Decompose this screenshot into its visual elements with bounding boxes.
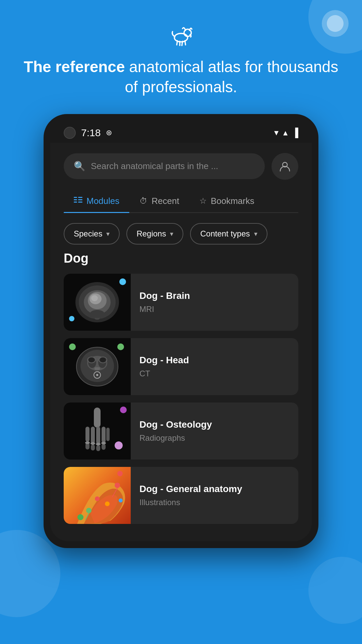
content-types-filter-label: Content types bbox=[200, 229, 250, 238]
dot-purple-osteo-2 bbox=[115, 441, 123, 449]
svg-rect-36 bbox=[91, 427, 95, 443]
svg-rect-37 bbox=[96, 427, 100, 444]
svg-rect-10 bbox=[78, 197, 82, 198]
svg-rect-8 bbox=[74, 199, 77, 200]
phone-screen: 7:18 ⊛ ▾ ▴ ▐ 🔍 Search anatomical parts i… bbox=[50, 121, 312, 541]
dot-green-head-2 bbox=[117, 343, 124, 350]
phone-frame: 7:18 ⊛ ▾ ▴ ▐ 🔍 Search anatomical parts i… bbox=[44, 114, 318, 548]
status-android-icon: ⊛ bbox=[106, 128, 112, 137]
search-row: 🔍 Search anatomical parts in the ... bbox=[64, 153, 298, 180]
tab-recent-label: Recent bbox=[152, 196, 179, 206]
profile-button[interactable] bbox=[272, 153, 298, 180]
dot-purple-osteo-1 bbox=[120, 407, 127, 413]
species-chevron-icon: ▾ bbox=[106, 230, 110, 238]
module-card-dog-brain[interactable]: Dog - Brain MRI bbox=[64, 274, 298, 331]
card-title-brain: Dog - Brain bbox=[139, 290, 290, 301]
filters-row: Species ▾ Regions ▾ Content types ▾ bbox=[64, 223, 298, 245]
dot-blue-brain-2 bbox=[69, 316, 74, 321]
status-left: 7:18 ⊛ bbox=[64, 127, 112, 139]
pin-red bbox=[117, 471, 123, 476]
svg-point-54 bbox=[119, 498, 123, 502]
svg-rect-26 bbox=[95, 367, 100, 370]
card-thumb-osteology bbox=[64, 402, 131, 460]
svg-line-4 bbox=[182, 41, 183, 46]
card-thumb-brain bbox=[64, 274, 131, 331]
module-card-dog-anatomy[interactable]: Dog - General anatomy Illustrations bbox=[64, 467, 298, 524]
svg-line-2 bbox=[177, 41, 177, 45]
signal-icon: ▴ bbox=[283, 127, 288, 138]
card-title-anatomy: Dog - General anatomy bbox=[139, 484, 290, 494]
bookmarks-icon: ☆ bbox=[199, 196, 207, 206]
card-thumb-head bbox=[64, 338, 131, 395]
search-icon: 🔍 bbox=[74, 161, 85, 172]
search-placeholder-text: Search anatomical parts in the ... bbox=[91, 161, 218, 171]
svg-rect-11 bbox=[78, 199, 82, 200]
wifi-icon: ▾ bbox=[274, 127, 279, 138]
svg-rect-35 bbox=[85, 427, 89, 442]
svg-point-47 bbox=[101, 442, 106, 444]
card-subtitle-head: CT bbox=[139, 369, 290, 378]
tab-modules-label: Modules bbox=[86, 196, 119, 206]
module-card-dog-osteology[interactable]: Dog - Osteology Radiographs bbox=[64, 402, 298, 460]
card-info-head: Dog - Head CT bbox=[131, 338, 298, 395]
card-title-head: Dog - Head bbox=[139, 355, 290, 366]
content-types-filter-button[interactable]: Content types ▾ bbox=[190, 223, 267, 245]
svg-point-48 bbox=[115, 483, 120, 488]
status-right: ▾ ▴ ▐ bbox=[274, 127, 298, 138]
dot-green-head-1 bbox=[69, 343, 76, 350]
svg-point-27 bbox=[88, 358, 95, 362]
card-title-osteology: Dog - Osteology bbox=[139, 419, 290, 430]
osteology-radiograph-image bbox=[75, 406, 119, 456]
dot-blue-brain bbox=[119, 278, 126, 285]
card-subtitle-anatomy: Illustrations bbox=[139, 498, 290, 507]
card-subtitle-osteology: Radiographs bbox=[139, 433, 290, 443]
status-time: 7:18 bbox=[81, 127, 101, 139]
header: The reference anatomical atlas for thous… bbox=[0, 0, 362, 97]
regions-chevron-icon: ▾ bbox=[170, 230, 173, 238]
head-ct-image bbox=[70, 343, 124, 390]
card-info-osteology: Dog - Osteology Radiographs bbox=[131, 402, 298, 460]
content-types-chevron-icon: ▾ bbox=[254, 230, 257, 238]
tagline: The reference anatomical atlas for thous… bbox=[0, 57, 362, 97]
tabs-row: Modules ⏱ Recent ☆ Bookmarks bbox=[64, 190, 298, 213]
camera-dot bbox=[64, 127, 76, 139]
bg-decoration-bottom-right bbox=[308, 557, 362, 624]
section-title: Dog bbox=[64, 251, 298, 266]
svg-point-20 bbox=[90, 310, 105, 318]
species-filter-button[interactable]: Species ▾ bbox=[64, 223, 120, 245]
svg-point-45 bbox=[90, 442, 95, 445]
modules-icon bbox=[74, 196, 82, 206]
tab-bookmarks-label: Bookmarks bbox=[211, 196, 254, 206]
svg-rect-42 bbox=[96, 445, 100, 451]
tab-modules[interactable]: Modules bbox=[64, 190, 129, 212]
svg-point-50 bbox=[95, 496, 100, 501]
battery-icon: ▐ bbox=[292, 127, 298, 138]
svg-point-55 bbox=[77, 514, 83, 520]
svg-rect-38 bbox=[102, 427, 106, 443]
svg-point-46 bbox=[96, 443, 101, 445]
status-bar: 7:18 ⊛ ▾ ▴ ▐ bbox=[50, 121, 312, 143]
tab-bookmarks[interactable]: ☆ Bookmarks bbox=[189, 190, 264, 212]
card-thumb-anatomy bbox=[64, 467, 131, 524]
card-info-anatomy: Dog - General anatomy Illustrations bbox=[131, 467, 298, 524]
svg-line-5 bbox=[185, 41, 186, 45]
tab-recent[interactable]: ⏱ Recent bbox=[129, 190, 189, 212]
module-card-dog-head[interactable]: Dog - Head CT bbox=[64, 338, 298, 395]
recent-icon: ⏱ bbox=[139, 196, 147, 206]
species-filter-label: Species bbox=[74, 229, 102, 238]
svg-point-28 bbox=[100, 358, 106, 362]
svg-point-0 bbox=[174, 34, 188, 42]
card-info-brain: Dog - Brain MRI bbox=[131, 274, 298, 331]
search-bar[interactable]: 🔍 Search anatomical parts in the ... bbox=[64, 153, 265, 179]
svg-point-51 bbox=[86, 508, 92, 513]
app-content: 🔍 Search anatomical parts in the ... bbox=[50, 143, 312, 541]
svg-point-53 bbox=[105, 501, 110, 506]
dog-logo-icon bbox=[166, 20, 196, 50]
regions-filter-label: Regions bbox=[136, 229, 166, 238]
regions-filter-button[interactable]: Regions ▾ bbox=[126, 223, 183, 245]
svg-rect-34 bbox=[94, 408, 101, 428]
card-subtitle-brain: MRI bbox=[139, 305, 290, 314]
svg-point-33 bbox=[96, 374, 98, 376]
svg-rect-9 bbox=[74, 202, 77, 203]
svg-rect-39 bbox=[106, 428, 110, 441]
